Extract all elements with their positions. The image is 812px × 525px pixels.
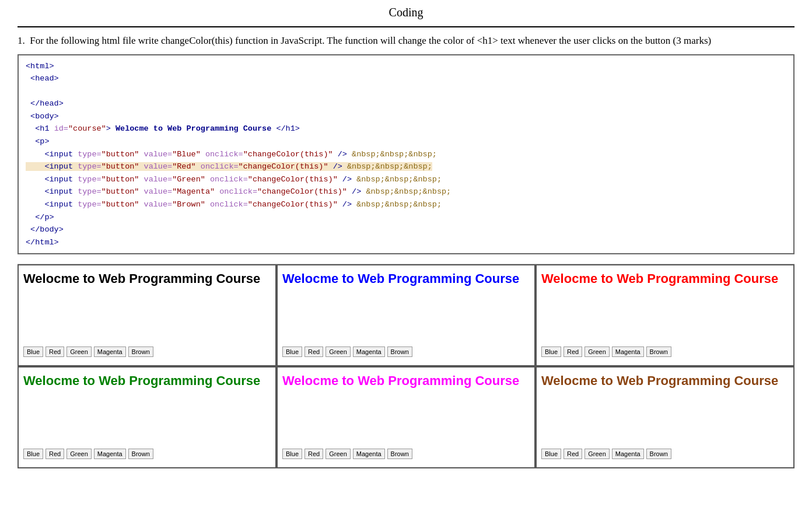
preview-box-green: Welocme to Web Programming Course Blue R… <box>18 366 276 468</box>
btn-green-blue[interactable]: Green <box>326 346 351 357</box>
preview-heading-red: Welocme to Web Programming Course <box>541 271 789 286</box>
btn-green-magenta[interactable]: Green <box>326 449 351 459</box>
preview-box-blue: Welocme to Web Programming Course Blue R… <box>276 264 536 366</box>
btn-row-blue: Blue Red Green Magenta Brown <box>282 346 530 357</box>
preview-heading-brown: Welocme to Web Programming Course <box>541 373 789 388</box>
btn-brown-green[interactable]: Brown <box>128 449 153 459</box>
btn-blue-black[interactable]: Blue <box>23 346 43 357</box>
preview-heading-black: Welocme to Web Programming Course <box>23 271 271 286</box>
btn-blue-magenta[interactable]: Blue <box>282 449 302 459</box>
btn-row-red: Blue Red Green Magenta Brown <box>541 346 789 357</box>
btn-magenta-black[interactable]: Magenta <box>94 346 126 357</box>
preview-heading-magenta: Welocme to Web Programming Course <box>282 373 530 388</box>
preview-box-brown: Welocme to Web Programming Course Blue R… <box>536 366 794 468</box>
btn-green-green[interactable]: Green <box>66 449 92 459</box>
btn-brown-red[interactable]: Brown <box>646 346 671 357</box>
btn-magenta-green[interactable]: Magenta <box>94 449 126 459</box>
preview-heading-green: Welocme to Web Programming Course <box>23 373 271 388</box>
btn-red-black[interactable]: Red <box>46 346 64 357</box>
btn-row-magenta: Blue Red Green Magenta Brown <box>282 449 530 459</box>
btn-blue-blue[interactable]: Blue <box>282 346 302 357</box>
preview-heading-blue: Welocme to Web Programming Course <box>282 271 530 286</box>
btn-red-brown[interactable]: Red <box>564 449 582 459</box>
btn-brown-blue[interactable]: Brown <box>387 346 412 357</box>
btn-magenta-brown[interactable]: Magenta <box>612 449 644 459</box>
btn-red-magenta[interactable]: Red <box>304 449 323 459</box>
btn-magenta-blue[interactable]: Magenta <box>353 346 385 357</box>
question-body: For the following html file write change… <box>30 35 711 46</box>
question-number: 1. <box>18 35 25 46</box>
btn-brown-black[interactable]: Brown <box>128 346 153 357</box>
btn-red-red[interactable]: Red <box>564 346 582 357</box>
preview-box-black: Welocme to Web Programming Course Blue R… <box>18 264 276 366</box>
btn-green-black[interactable]: Green <box>66 346 92 357</box>
btn-red-green[interactable]: Red <box>46 449 64 459</box>
btn-row-brown: Blue Red Green Magenta Brown <box>541 449 789 459</box>
preview-box-red: Welocme to Web Programming Course Blue R… <box>536 264 794 366</box>
btn-red-blue[interactable]: Red <box>304 346 323 357</box>
btn-row-green: Blue Red Green Magenta Brown <box>23 449 271 459</box>
preview-grid: Welocme to Web Programming Course Blue R… <box>18 264 794 468</box>
btn-magenta-red[interactable]: Magenta <box>612 346 644 357</box>
btn-blue-brown[interactable]: Blue <box>541 449 561 459</box>
btn-blue-green[interactable]: Blue <box>23 449 43 459</box>
btn-brown-brown[interactable]: Brown <box>646 449 671 459</box>
btn-green-red[interactable]: Green <box>584 346 610 357</box>
preview-box-magenta: Welocme to Web Programming Course Blue R… <box>276 366 536 468</box>
question-section: 1. For the following html file write cha… <box>18 26 794 254</box>
btn-green-brown[interactable]: Green <box>584 449 610 459</box>
btn-blue-red[interactable]: Blue <box>541 346 561 357</box>
btn-magenta-magenta[interactable]: Magenta <box>353 449 385 459</box>
btn-row-black: Blue Red Green Magenta Brown <box>23 346 271 357</box>
page-title: Coding <box>18 6 794 19</box>
question-text: 1. For the following html file write cha… <box>18 33 794 48</box>
btn-brown-magenta[interactable]: Brown <box>387 449 412 459</box>
code-block: <html> <head> </head> <body> <h1 id="cou… <box>18 54 794 255</box>
